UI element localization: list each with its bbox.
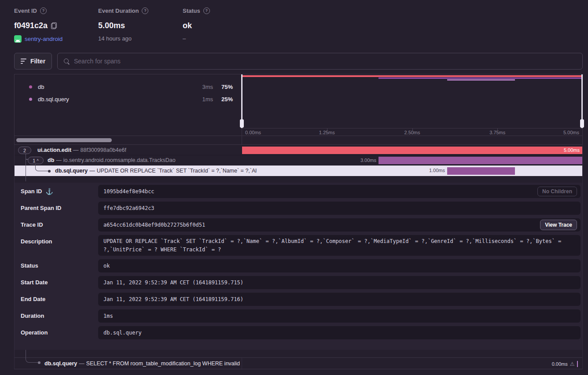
minimap-left-handle-grip[interactable] bbox=[240, 119, 244, 128]
time-axis: 0.00ms 1.25ms 2.50ms 3.75ms 5.00ms bbox=[242, 128, 583, 136]
help-icon[interactable]: ? bbox=[142, 7, 148, 14]
minimap-span-db bbox=[379, 77, 583, 79]
tree-connector-dot bbox=[48, 170, 51, 173]
badge-count: 1 bbox=[33, 158, 35, 163]
event-id-value-row: f0491c2a bbox=[14, 21, 57, 30]
project-link[interactable]: sentry-android bbox=[25, 36, 62, 42]
span-tree-panel: 2 ui.action.edit—88f300998a0b4e6f 5.00ms… bbox=[14, 145, 583, 369]
field-value-text: ok bbox=[103, 263, 110, 269]
badge-count: 2 bbox=[23, 148, 26, 153]
tree-connector bbox=[26, 350, 39, 363]
field-label-parent-span-id: Parent Span ID bbox=[21, 202, 95, 215]
copy-icon[interactable] bbox=[51, 22, 57, 29]
field-label-status: Status bbox=[21, 259, 95, 272]
span-bar-ui-action-edit[interactable]: 5.00ms bbox=[242, 147, 582, 154]
event-age-text: 14 hours ago bbox=[98, 35, 132, 42]
axis-label: 3.75ms bbox=[489, 130, 505, 135]
span-row-db-sql-query-selected[interactable]: db.sql.query—UPDATE OR REPLACE `Track` S… bbox=[15, 165, 582, 176]
separator: — bbox=[54, 157, 63, 163]
span-row-ui-action-edit[interactable]: 2 ui.action.edit—88f300998a0b4e6f 5.00ms bbox=[15, 145, 582, 155]
separator: — bbox=[88, 168, 97, 174]
field-value-text: Jan 11, 2022 9:52:39 AM CET (1641891159.… bbox=[103, 296, 243, 302]
field-value-operation: db.sql.query bbox=[98, 326, 581, 339]
android-platform-icon bbox=[14, 35, 22, 43]
event-duration-block: Event Duration ? 5.00ms 14 hours ago bbox=[98, 7, 148, 14]
field-label-trace-id: Trace ID bbox=[21, 218, 95, 232]
field-value-text: 1ms bbox=[103, 313, 113, 319]
event-duration-label: Event Duration ? bbox=[98, 7, 148, 14]
field-label-text: Start Date bbox=[21, 276, 48, 289]
span-row-select-query[interactable]: db.sql.query—SELECT * FROM room_table_mo… bbox=[15, 357, 582, 369]
anchor-icon[interactable]: ⚓ bbox=[45, 185, 53, 198]
span-children-badge[interactable]: 1^ bbox=[28, 157, 44, 164]
field-value-text: Jan 11, 2022 9:52:39 AM CET (1641891159.… bbox=[103, 279, 243, 286]
minimap-right-handle-grip[interactable] bbox=[580, 119, 584, 128]
span-description: 88f300998a0b4e6f bbox=[81, 147, 126, 153]
event-id-label: Event ID ? bbox=[14, 7, 47, 14]
help-icon[interactable]: ? bbox=[203, 7, 210, 14]
event-id-value: f0491c2a bbox=[14, 21, 48, 30]
tree-connector-dot bbox=[38, 361, 40, 364]
field-value-start-date: Jan 11, 2022 9:52:39 AM CET (1641891159.… bbox=[98, 276, 581, 289]
field-label-text: Duration bbox=[21, 309, 44, 323]
span-detail-panel: Span ID ⚓ 1095bd4ef8e94bcc No Children P… bbox=[15, 183, 582, 350]
op-color-dot bbox=[29, 98, 32, 101]
op-duration: 1ms bbox=[202, 96, 213, 103]
help-icon[interactable]: ? bbox=[40, 7, 47, 14]
filter-icon bbox=[21, 59, 26, 63]
field-value-duration: 1ms bbox=[98, 309, 581, 323]
op-duration: 3ms bbox=[202, 84, 213, 90]
separator: — bbox=[71, 147, 81, 153]
field-label-text: Parent Span ID bbox=[21, 202, 61, 215]
event-id-label-text: Event ID bbox=[14, 7, 37, 14]
field-label-text: Description bbox=[21, 235, 52, 248]
span-op: db bbox=[48, 157, 54, 163]
span-detail-page: Event ID ? f0491c2a sentry-android Event… bbox=[0, 0, 588, 375]
search-input[interactable] bbox=[74, 58, 582, 65]
chevron-up-icon: ^ bbox=[37, 158, 38, 163]
field-value-trace-id: a654cc61dc0b48ef9d0b27275b6f0d51 View Tr… bbox=[98, 218, 581, 232]
overview-scroll-strip bbox=[15, 136, 582, 144]
status-label-text: Status bbox=[183, 7, 200, 14]
span-row-db[interactable]: 1^ db—io.sentry.android.roomsample.data.… bbox=[15, 155, 582, 165]
event-id-block: Event ID ? f0491c2a sentry-android bbox=[14, 7, 47, 14]
span-op: db.sql.query bbox=[55, 168, 88, 174]
span-description: SELECT * FROM room_table_modification_lo… bbox=[86, 360, 240, 367]
status-secondary-text: – bbox=[183, 35, 186, 42]
field-value-parent-span-id: ffe7dbc92a6942c3 bbox=[98, 202, 581, 215]
span-description: UPDATE OR REPLACE `Track` SET `TrackId` … bbox=[97, 168, 257, 174]
no-children-button: No Children bbox=[537, 187, 577, 196]
span-bar-duration: 1.00ms bbox=[429, 167, 445, 174]
op-breakdown-row[interactable]: db.sql.query 1ms 25% bbox=[15, 93, 242, 105]
event-duration-label-text: Event Duration bbox=[98, 7, 139, 14]
field-label-text: Trace ID bbox=[21, 218, 43, 232]
status-value-text: ok bbox=[183, 21, 192, 30]
field-label-end-date: End Date bbox=[21, 293, 95, 306]
op-breakdown-row[interactable]: db 3ms 75% bbox=[15, 81, 242, 93]
span-children-badge[interactable]: 2 bbox=[18, 147, 31, 154]
warning-icon: ⚠ bbox=[570, 361, 575, 367]
field-value-end-date: Jan 11, 2022 9:52:39 AM CET (1641891159.… bbox=[98, 293, 581, 306]
span-bar-duration: 5.00ms bbox=[564, 147, 580, 154]
view-trace-button[interactable]: View Trace bbox=[540, 220, 577, 230]
span-search-bar bbox=[57, 53, 583, 70]
op-name: db.sql.query bbox=[38, 96, 69, 103]
span-bar-duration: 3.00ms bbox=[360, 157, 376, 164]
axis-label: 1.25ms bbox=[319, 130, 335, 135]
field-value-text: 1095bd4ef8e94bcc bbox=[103, 188, 154, 195]
span-bar-db[interactable] bbox=[379, 157, 582, 164]
field-value-description: UPDATE OR REPLACE `Track` SET `TrackId` … bbox=[98, 235, 581, 256]
axis-label: 5.00ms bbox=[563, 130, 579, 135]
horizontal-scrollbar-thumb[interactable] bbox=[16, 138, 112, 142]
span-bar-db-sql-query[interactable] bbox=[447, 167, 515, 175]
field-value-text: UPDATE OR REPLACE `Track` SET `TrackId` … bbox=[103, 238, 561, 253]
status-block: Status ? ok – bbox=[183, 7, 210, 14]
field-label-start-date: Start Date bbox=[21, 276, 95, 289]
filter-button[interactable]: Filter bbox=[14, 53, 52, 70]
field-value-status: ok bbox=[98, 259, 581, 272]
search-icon bbox=[64, 59, 70, 64]
span-bar-duration: 0.00ms bbox=[552, 361, 568, 367]
status-label: Status ? bbox=[183, 7, 210, 14]
project-row: sentry-android bbox=[14, 35, 62, 43]
minimap-span-ui-action-edit bbox=[243, 75, 583, 77]
